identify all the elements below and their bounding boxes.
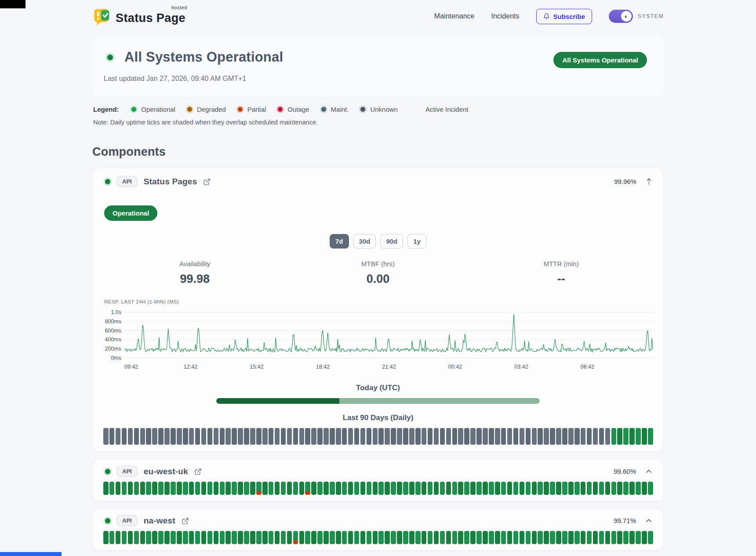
uptime-tick[interactable]: [470, 428, 476, 445]
uptime-tick[interactable]: [311, 428, 316, 445]
uptime-tick[interactable]: [526, 531, 531, 544]
uptime-tick[interactable]: [403, 482, 408, 495]
uptime-tick[interactable]: [532, 531, 537, 544]
uptime-tick[interactable]: [605, 482, 611, 495]
uptime-tick[interactable]: [391, 531, 396, 544]
uptime-tick[interactable]: [250, 482, 255, 495]
uptime-tick[interactable]: [201, 428, 207, 445]
uptime-tick[interactable]: [538, 531, 543, 544]
uptime-tick[interactable]: [476, 531, 482, 544]
uptime-tick[interactable]: [495, 482, 500, 495]
uptime-tick[interactable]: [532, 482, 537, 495]
uptime-tick[interactable]: [262, 428, 268, 445]
uptime-tick[interactable]: [403, 428, 408, 445]
uptime-tick[interactable]: [342, 531, 347, 544]
uptime-tick[interactable]: [207, 482, 213, 495]
uptime-tick[interactable]: [648, 531, 653, 544]
uptime-tick[interactable]: [116, 482, 121, 495]
uptime-tick[interactable]: [128, 531, 133, 544]
uptime-tick[interactable]: [513, 531, 519, 544]
uptime-tick[interactable]: [348, 428, 353, 445]
uptime-tick[interactable]: [415, 531, 421, 544]
uptime-tick[interactable]: [440, 428, 445, 445]
uptime-tick[interactable]: [152, 531, 157, 544]
nav-incidents[interactable]: Incidents: [491, 12, 519, 20]
uptime-tick[interactable]: [574, 531, 580, 544]
uptime-tick[interactable]: [574, 428, 580, 445]
uptime-tick[interactable]: [495, 428, 500, 445]
uptime-tick[interactable]: [409, 531, 414, 544]
range-button-7d[interactable]: 7d: [330, 234, 349, 249]
uptime-tick[interactable]: [526, 428, 531, 445]
uptime-tick[interactable]: [299, 428, 305, 445]
uptime-tick[interactable]: [550, 482, 555, 495]
uptime-tick[interactable]: [495, 531, 500, 544]
external-link-icon[interactable]: [203, 178, 211, 186]
uptime-tick[interactable]: [293, 482, 298, 495]
uptime-tick[interactable]: [293, 531, 298, 544]
uptime-tick[interactable]: [513, 482, 519, 495]
uptime-tick[interactable]: [146, 482, 151, 495]
uptime-tick[interactable]: [103, 428, 109, 445]
uptime-tick[interactable]: [256, 482, 262, 495]
uptime-tick[interactable]: [220, 531, 225, 544]
uptime-tick[interactable]: [214, 531, 219, 544]
uptime-tick[interactable]: [269, 428, 274, 445]
uptime-tick[interactable]: [428, 428, 433, 445]
uptime-tick[interactable]: [134, 428, 139, 445]
uptime-tick[interactable]: [171, 531, 176, 544]
uptime-tick[interactable]: [189, 482, 194, 495]
uptime-tick[interactable]: [232, 482, 237, 495]
uptime-tick[interactable]: [287, 531, 292, 544]
uptime-tick[interactable]: [378, 428, 384, 445]
uptime-tick[interactable]: [397, 482, 402, 495]
uptime-tick[interactable]: [220, 482, 225, 495]
uptime-tick[interactable]: [605, 428, 611, 445]
uptime-tick[interactable]: [354, 531, 360, 544]
uptime-tick[interactable]: [611, 531, 617, 544]
uptime-tick[interactable]: [568, 482, 574, 495]
uptime-tick[interactable]: [330, 428, 335, 445]
uptime-tick[interactable]: [281, 428, 286, 445]
collapse-arrow-icon[interactable]: [645, 176, 653, 187]
uptime-tick[interactable]: [446, 482, 451, 495]
uptime-tick[interactable]: [164, 482, 170, 495]
nav-maintenance[interactable]: Maintenance: [434, 12, 475, 20]
uptime-tick[interactable]: [134, 482, 139, 495]
uptime-tick[interactable]: [109, 482, 115, 495]
uptime-tick[interactable]: [195, 482, 200, 495]
uptime-tick[interactable]: [520, 428, 525, 445]
uptime-tick[interactable]: [256, 531, 262, 544]
uptime-tick[interactable]: [464, 482, 469, 495]
uptime-tick[interactable]: [629, 531, 635, 544]
uptime-tick[interactable]: [158, 482, 164, 495]
uptime-tick[interactable]: [507, 428, 512, 445]
chevron-up-icon[interactable]: [645, 468, 653, 474]
uptime-tick[interactable]: [262, 482, 268, 495]
range-button-1y[interactable]: 1y: [407, 234, 426, 249]
uptime-tick[interactable]: [189, 531, 194, 544]
uptime-tick[interactable]: [323, 428, 329, 445]
uptime-tick[interactable]: [116, 428, 121, 445]
uptime-tick[interactable]: [158, 531, 164, 544]
uptime-tick[interactable]: [642, 531, 647, 544]
uptime-tick[interactable]: [446, 428, 451, 445]
uptime-tick[interactable]: [354, 482, 360, 495]
uptime-tick[interactable]: [574, 482, 580, 495]
uptime-tick[interactable]: [476, 482, 482, 495]
uptime-tick[interactable]: [483, 428, 488, 445]
uptime-tick[interactable]: [122, 482, 127, 495]
uptime-tick[interactable]: [593, 428, 598, 445]
component-name[interactable]: na-west: [144, 516, 175, 526]
uptime-tick[interactable]: [256, 428, 262, 445]
uptime-tick[interactable]: [342, 428, 347, 445]
uptime-tick[interactable]: [152, 428, 157, 445]
uptime-tick[interactable]: [422, 531, 427, 544]
uptime-tick[interactable]: [128, 428, 133, 445]
uptime-tick[interactable]: [581, 482, 586, 495]
uptime-tick[interactable]: [214, 428, 219, 445]
uptime-tick[interactable]: [470, 482, 476, 495]
uptime-tick[interactable]: [556, 531, 561, 544]
uptime-tick[interactable]: [134, 531, 139, 544]
uptime-tick[interactable]: [446, 531, 451, 544]
